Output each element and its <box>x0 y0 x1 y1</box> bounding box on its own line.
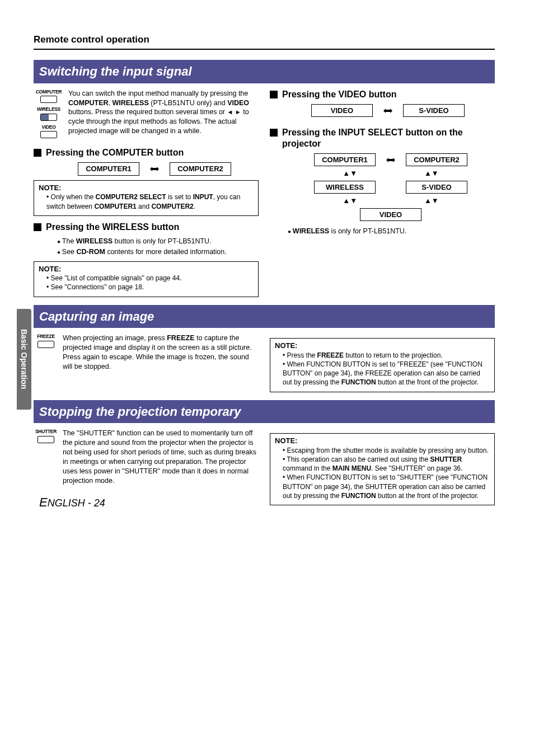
heading-text: Pressing the VIDEO button <box>282 89 396 100</box>
t: WIRELESS <box>112 99 148 107</box>
computer-diagram: COMPUTER1 COMPUTER2 <box>50 162 259 176</box>
t: FREEZE <box>317 351 344 359</box>
t: WIRELESS <box>293 227 329 235</box>
bullet-item: The WIRELESS button is only for PT-LB51N… <box>57 237 259 246</box>
t: This operation can also be carried out u… <box>287 456 430 463</box>
section-bar-stopping: Stopping the projection temporary <box>34 400 495 424</box>
heading-computer: Pressing the COMPUTER button <box>34 147 259 158</box>
shutter-button-icon: SHUTTER <box>34 429 58 446</box>
heading-wireless: Pressing the WIRELESS button <box>34 222 259 232</box>
note-shutter: NOTE: Escaping from the shutter mode is … <box>270 433 495 505</box>
t: contents for more detailed information. <box>105 248 227 256</box>
note-computer: NOTE: Only when the COMPUTER2 SELECT is … <box>34 180 259 216</box>
right-column: NOTE: Escaping from the shutter mode is … <box>270 429 495 511</box>
t: The <box>62 237 76 245</box>
note-item: See "Connections" on page 18. <box>46 283 254 292</box>
right-triangle-icon: ► <box>235 109 241 115</box>
square-bullet-icon <box>34 223 41 231</box>
section-bar-switching: Switching the input signal <box>34 60 495 83</box>
t: buttons. Press the required button sever… <box>68 108 227 116</box>
t: FUNCTION <box>341 378 376 386</box>
up-down-arrow-icon: ▲▼ <box>343 196 357 206</box>
note-title: NOTE: <box>275 436 490 446</box>
input-select-diagram: COMPUTER1 COMPUTER2 ▲▼ ▲▼ WIRELESS S-VID… <box>287 153 495 222</box>
note-item: When FUNCTION BUTTON is set to "SHUTTER"… <box>283 473 490 500</box>
t: Only when the <box>51 193 96 201</box>
label: SHUTTER <box>35 429 57 435</box>
wireless-button-icon: WIRELESS <box>34 106 64 120</box>
left-triangle-icon: ◄ <box>227 109 233 115</box>
topic-title: Remote control operation <box>34 34 495 50</box>
t: (PT-LB51NTU only) and <box>149 99 227 107</box>
square-bullet-icon <box>270 129 278 137</box>
box-computer1: COMPUTER1 <box>314 153 376 167</box>
t: E <box>39 495 48 509</box>
left-column: COMPUTER WIRELESS VIDEO You can switch t… <box>34 89 259 303</box>
up-down-arrow-icon: ▲▼ <box>424 196 439 206</box>
box-video: VIDEO <box>360 208 421 222</box>
t: MAIN MENU <box>332 464 371 472</box>
remote-button-icons: COMPUTER WIRELESS VIDEO <box>34 89 64 142</box>
label: VIDEO <box>42 124 56 130</box>
t: NGLISH <box>48 497 85 509</box>
t: WIRELESS <box>76 237 113 245</box>
freeze-paragraph: When projecting an image, press FREEZE t… <box>63 334 259 372</box>
box-computer2: COMPUTER2 <box>406 153 467 167</box>
note-item: See "List of compatible signals" on page… <box>46 274 254 283</box>
box-computer1: COMPUTER1 <box>78 162 139 176</box>
wireless-bullets: The WIRELESS button is only for PT-LB51N… <box>49 237 259 257</box>
t: button is only for PT-LB51NTU. <box>113 237 211 245</box>
video-button-icon: VIDEO <box>34 124 64 138</box>
side-tab: Basic Operation <box>17 309 31 410</box>
intro-paragraph: You can switch the input method manually… <box>68 89 259 136</box>
square-bullet-icon <box>270 91 278 98</box>
right-column: NOTE: Press the FREEZE button to return … <box>270 334 495 397</box>
t: You can switch the input method manually… <box>68 90 248 97</box>
double-arrow-icon <box>149 166 160 172</box>
t: COMPUTER2 SELECT <box>96 193 166 201</box>
double-arrow-icon <box>383 107 393 114</box>
shutter-paragraph: The "SHUTTER" function can be used to mo… <box>63 429 259 485</box>
input-select-bullet: WIRELESS is only for PT-LB51NTU. <box>280 227 495 236</box>
note-item: This operation can also be carried out u… <box>283 455 490 473</box>
t: button to return to the projection. <box>344 351 443 359</box>
t: . See "SHUTTER" on page 36. <box>371 464 462 472</box>
t: is set to <box>166 193 193 201</box>
note-freeze: NOTE: Press the FREEZE button to return … <box>270 338 495 392</box>
t: - 24 <box>85 497 105 509</box>
t: Press the <box>287 351 317 359</box>
t: button at the front of the projector. <box>376 492 479 500</box>
box-computer2: COMPUTER2 <box>170 162 231 176</box>
label: COMPUTER <box>36 89 62 95</box>
t: SHUTTER <box>430 456 462 463</box>
note-item: Press the FREEZE button to return to the… <box>283 351 490 360</box>
t: FUNCTION <box>341 492 376 500</box>
t: . <box>194 203 195 210</box>
up-down-arrow-icon: ▲▼ <box>424 168 439 179</box>
t: COMPUTER2 <box>151 203 193 210</box>
t: command in the <box>283 464 332 472</box>
right-column: Pressing the VIDEO button VIDEO S-VIDEO … <box>270 89 495 303</box>
note-title: NOTE: <box>275 341 490 351</box>
video-diagram: VIDEO S-VIDEO <box>281 104 495 118</box>
double-arrow-icon <box>386 157 396 163</box>
page: Basic Operation Remote control operation… <box>0 0 534 533</box>
t: When projecting an image, press <box>63 334 167 342</box>
note-title: NOTE: <box>39 264 254 274</box>
box-wireless: WIRELESS <box>314 181 376 194</box>
note-item: When FUNCTION BUTTON is set to "FREEZE" … <box>283 360 490 387</box>
label: FREEZE <box>37 334 55 340</box>
note-item: Escaping from the shutter mode is availa… <box>283 446 490 455</box>
heading-text: Pressing the COMPUTER button <box>46 147 184 158</box>
bullet-item: See CD-ROM contents for more detailed in… <box>57 247 259 257</box>
t: FREEZE <box>167 334 194 342</box>
page-footer: ENGLISH - 24 <box>39 494 105 511</box>
left-column: FREEZE When projecting an image, press F… <box>34 334 259 397</box>
t: VIDEO <box>227 99 249 107</box>
t: button at the front of the projector. <box>376 378 479 386</box>
t: CD-ROM <box>77 248 105 256</box>
box-svideo: S-VIDEO <box>406 181 467 194</box>
up-down-arrow-icon: ▲▼ <box>343 168 357 179</box>
note-title: NOTE: <box>39 183 254 193</box>
section-bar-capturing: Capturing an image <box>34 305 495 328</box>
